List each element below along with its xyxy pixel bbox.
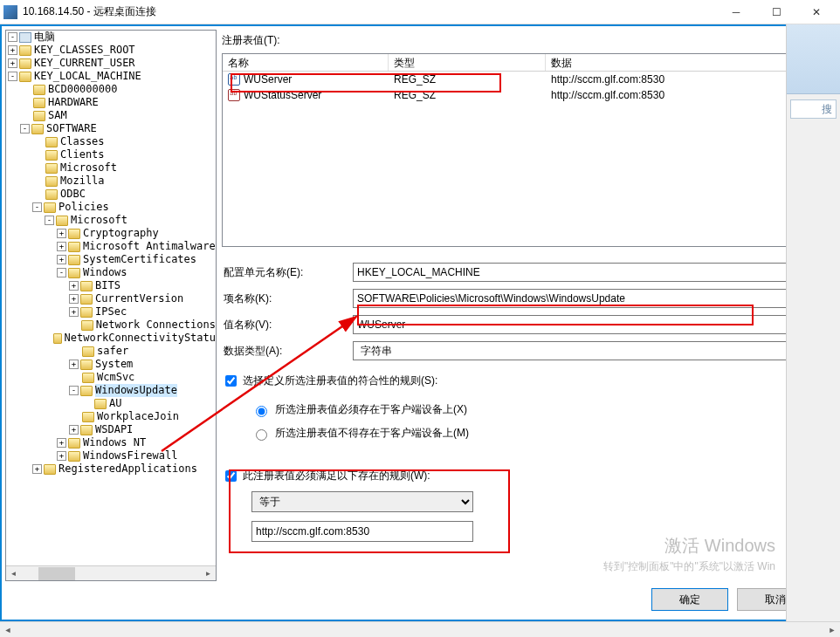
folder-icon	[68, 255, 80, 265]
tree-item[interactable]: -Policies	[6, 201, 216, 214]
folder-icon	[44, 202, 56, 213]
expand-icon[interactable]: +	[57, 451, 66, 461]
tree-item[interactable]: +CurrentVersion	[6, 292, 216, 305]
compliance-check-row: 选择定义所选注册表值的符合性的规则(S):	[222, 373, 835, 389]
tree-item[interactable]: ODBC	[6, 188, 216, 201]
tree-item[interactable]: BCD00000000	[6, 83, 216, 96]
tree-item-label: RegisteredApplications	[59, 462, 197, 476]
expand-icon[interactable]: +	[8, 45, 17, 55]
tree-item[interactable]: +BITS	[6, 279, 216, 292]
radio-not-exist-label: 所选注册表值不得存在于客户端设备上(M)	[275, 426, 469, 441]
tree-item[interactable]: +WSDAPI	[6, 423, 216, 436]
minimize-button[interactable]: ─	[716, 0, 756, 24]
search-placeholder: 搜	[822, 102, 832, 117]
tree-item[interactable]: WcmSvc	[6, 371, 216, 384]
tree-item[interactable]: +RegisteredApplications	[6, 462, 216, 476]
outer-scroll-right-icon[interactable]: ►	[824, 623, 840, 637]
folder-icon	[80, 386, 93, 396]
collapse-icon[interactable]: -	[8, 72, 17, 81]
expand-icon[interactable]: +	[69, 360, 79, 369]
tree-item-label: NetworkConnectivityStatu	[65, 332, 216, 345]
expand-icon[interactable]: +	[69, 307, 79, 317]
expand-icon[interactable]: +	[57, 255, 66, 264]
tree-item[interactable]: Microsoft	[6, 161, 216, 175]
cell-type: REG_SZ	[389, 73, 546, 86]
tree-item[interactable]: -KEY_LOCAL_MACHINE	[6, 70, 216, 83]
registry-value-list[interactable]: 名称 类型 数据 WUServerREG_SZhttp://sccm.glf.c…	[222, 53, 835, 247]
rule-operator-select[interactable]: 等于	[251, 491, 473, 512]
col-name[interactable]: 名称	[223, 54, 389, 71]
value-field[interactable]	[353, 315, 835, 334]
tree-item[interactable]: +Windows NT	[6, 436, 216, 449]
tree-item[interactable]: WorkplaceJoin	[6, 410, 216, 423]
expand-icon[interactable]: +	[32, 464, 42, 474]
rule-block: 此注册表值必须满足以下存在的规则(W): 等于	[222, 461, 835, 551]
right-panel: 注册表值(T): 名称 类型 数据 WUServerREG_SZhttp://s…	[222, 30, 835, 581]
hive-field[interactable]	[353, 263, 835, 282]
outer-horizontal-scrollbar[interactable]: ◄ ►	[0, 621, 840, 637]
col-type[interactable]: 类型	[389, 54, 546, 71]
datatype-label: 数据类型(A):	[222, 344, 353, 359]
collapse-icon[interactable]: -	[57, 268, 66, 277]
tree-item[interactable]: Network Connections	[6, 318, 216, 332]
list-row[interactable]: WUServerREG_SZhttp://sccm.glf.com:8530	[223, 72, 834, 87]
radio-must-exist[interactable]	[256, 406, 267, 417]
tree-item-label: Windows	[83, 266, 127, 279]
tree-item[interactable]: -SOFTWARE	[6, 122, 216, 135]
collapse-icon[interactable]: -	[69, 386, 79, 395]
folder-icon	[19, 72, 31, 82]
scroll-right-icon[interactable]: ►	[201, 567, 216, 580]
collapse-icon[interactable]: -	[45, 216, 54, 225]
list-row[interactable]: WUStatusServerREG_SZhttp://sccm.glf.com:…	[223, 87, 834, 103]
tree-item[interactable]: NetworkConnectivityStatu	[6, 332, 216, 345]
close-button[interactable]: ✕	[796, 0, 837, 24]
tree-item[interactable]: +KEY_CURRENT_USER	[6, 57, 216, 70]
cell-name: WUServer	[244, 73, 292, 86]
expand-icon[interactable]: +	[69, 281, 79, 291]
registry-tree[interactable]: -电脑+KEY_CLASSES_ROOT+KEY_CURRENT_USER-KE…	[6, 31, 216, 565]
tree-item[interactable]: +SystemCertificates	[6, 253, 216, 266]
tree-item[interactable]: +WindowsFirewall	[6, 449, 216, 462]
rdp-viewport: -电脑+KEY_CLASSES_ROOT+KEY_CURRENT_USER-KE…	[0, 24, 840, 621]
tree-item-label: Microsoft	[71, 214, 127, 227]
ok-button[interactable]: 确定	[651, 588, 728, 611]
collapse-icon[interactable]: -	[8, 32, 17, 42]
tree-item[interactable]: SAM	[6, 109, 216, 122]
tree-item[interactable]: -Windows	[6, 266, 216, 279]
radio-must-not-exist[interactable]	[256, 429, 267, 441]
tree-item[interactable]: Classes	[6, 135, 216, 148]
collapse-icon[interactable]: -	[20, 124, 30, 134]
tree-item[interactable]: -电脑	[6, 31, 216, 44]
expand-icon[interactable]: +	[57, 229, 66, 238]
tree-horizontal-scrollbar[interactable]: ◄ ►	[6, 565, 216, 580]
outer-scroll-left-icon[interactable]: ◄	[0, 623, 16, 637]
maximize-button[interactable]: ☐	[756, 0, 796, 24]
tree-item[interactable]: -WindowsUpdate	[6, 384, 216, 397]
background-search[interactable]: 搜	[790, 99, 837, 119]
tree-item[interactable]: +IPSec	[6, 305, 216, 318]
key-field[interactable]	[353, 289, 835, 308]
tree-item-label: HARDWARE	[48, 96, 99, 109]
tree-item[interactable]: +KEY_CLASSES_ROOT	[6, 44, 216, 57]
expand-icon[interactable]: +	[8, 58, 17, 68]
scroll-thumb[interactable]	[38, 567, 75, 580]
tree-item[interactable]: HARDWARE	[6, 96, 216, 109]
tree-item[interactable]: Mozilla	[6, 175, 216, 188]
scroll-left-icon[interactable]: ◄	[6, 567, 21, 580]
tree-item[interactable]: safer	[6, 345, 216, 358]
tree-item[interactable]: Clients	[6, 148, 216, 161]
tree-item[interactable]: -Microsoft	[6, 214, 216, 227]
expand-icon[interactable]: +	[69, 294, 79, 304]
collapse-icon[interactable]: -	[32, 202, 42, 212]
tree-item[interactable]: +Microsoft Antimalware	[6, 240, 216, 253]
expand-icon[interactable]: +	[57, 242, 66, 251]
tree-item[interactable]: +Cryptography	[6, 227, 216, 240]
expand-icon[interactable]: +	[57, 438, 66, 448]
rule-checkbox[interactable]	[225, 470, 237, 482]
expand-icon[interactable]: +	[69, 425, 79, 435]
tree-item[interactable]: AU	[6, 397, 216, 410]
datatype-select[interactable]: 字符串	[353, 341, 835, 360]
rule-value-input[interactable]	[251, 521, 473, 542]
tree-item[interactable]: +System	[6, 358, 216, 371]
compliance-checkbox[interactable]	[225, 375, 237, 387]
